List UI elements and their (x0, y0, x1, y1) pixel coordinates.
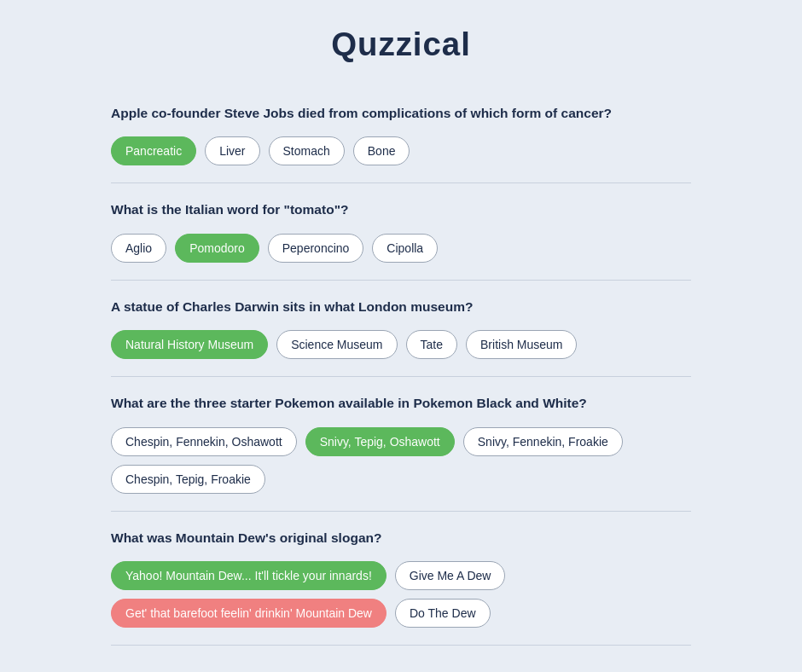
answer-btn-q1-3[interactable]: Stomach (269, 136, 345, 165)
question-text-4: What are the three starter Pokemon avail… (111, 394, 691, 413)
answer-btn-q4-4[interactable]: Chespin, Tepig, Froakie (111, 465, 265, 494)
answer-btn-q5-4[interactable]: Do The Dew (395, 599, 491, 628)
answer-btn-q5-3[interactable]: Get' that barefoot feelin' drinkin' Moun… (111, 599, 386, 628)
answer-btn-q3-1[interactable]: Natural History Museum (111, 330, 268, 359)
answers-2: AglioPomodoroPeperoncinoCipolla (111, 234, 691, 263)
answer-btn-q1-2[interactable]: Liver (205, 136, 259, 165)
answers-4: Chespin, Fennekin, OshawottSnivy, Tepig,… (111, 427, 691, 494)
answer-btn-q5-1[interactable]: Yahoo! Mountain Dew... It'll tickle your… (111, 561, 386, 590)
answer-btn-q5-2[interactable]: Give Me A Dew (395, 561, 506, 590)
answers-5: Yahoo! Mountain Dew... It'll tickle your… (111, 561, 691, 628)
answer-btn-q2-3[interactable]: Peperoncino (268, 234, 364, 263)
question-block-1: Apple co-founder Steve Jobs died from co… (111, 87, 691, 183)
answer-btn-q2-2[interactable]: Pomodoro (175, 234, 259, 263)
answer-btn-q3-4[interactable]: British Museum (466, 330, 577, 359)
app-title: Quzzical (331, 26, 471, 63)
answer-btn-q4-1[interactable]: Chespin, Fennekin, Oshawott (111, 427, 297, 456)
question-block-5: What was Mountain Dew's original slogan?… (111, 512, 691, 646)
answer-btn-q1-4[interactable]: Bone (353, 136, 410, 165)
answer-btn-q4-3[interactable]: Snivy, Fennekin, Froakie (463, 427, 623, 456)
question-text-1: Apple co-founder Steve Jobs died from co… (111, 104, 691, 123)
question-block-4: What are the three starter Pokemon avail… (111, 377, 691, 511)
answer-btn-q2-4[interactable]: Cipolla (372, 234, 438, 263)
question-text-5: What was Mountain Dew's original slogan? (111, 529, 691, 547)
answer-btn-q3-2[interactable]: Science Museum (276, 330, 397, 359)
answers-3: Natural History MuseumScience MuseumTate… (111, 330, 691, 359)
answer-btn-q3-3[interactable]: Tate (406, 330, 457, 359)
answer-btn-q4-2[interactable]: Snivy, Tepig, Oshawott (305, 427, 455, 456)
question-text-3: A statue of Charles Darwin sits in what … (111, 298, 691, 316)
answers-1: PancreaticLiverStomachBone (111, 136, 691, 165)
question-text-2: What is the Italian word for "tomato"? (111, 200, 691, 219)
question-block-2: What is the Italian word for "tomato"?Ag… (111, 183, 691, 280)
answer-btn-q1-1[interactable]: Pancreatic (111, 136, 196, 165)
answer-btn-q2-1[interactable]: Aglio (111, 234, 166, 263)
quiz-container: Apple co-founder Steve Jobs died from co… (111, 87, 691, 646)
question-block-3: A statue of Charles Darwin sits in what … (111, 281, 691, 377)
